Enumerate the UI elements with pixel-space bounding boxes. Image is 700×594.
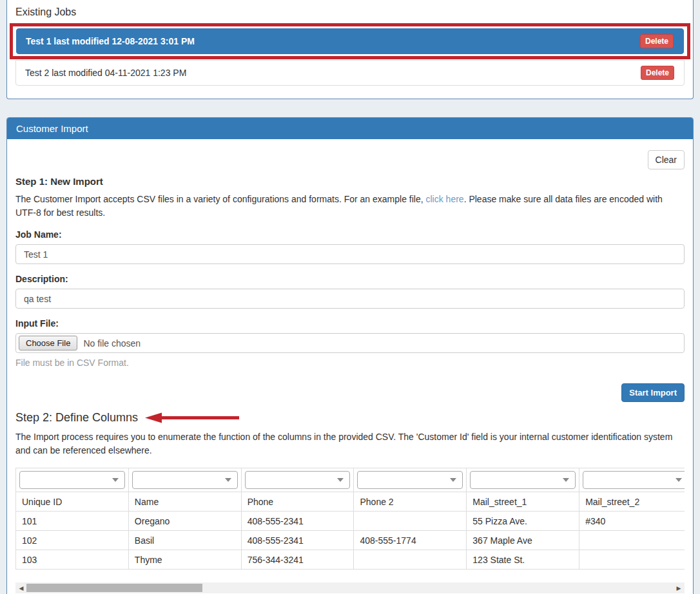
delete-job-button[interactable]: Delete bbox=[640, 34, 674, 48]
annotation-box: Test 1 last modified 12-08-2021 3:01 PM … bbox=[10, 23, 690, 59]
job-name-label: Job Name: bbox=[15, 229, 685, 240]
cell: 408-555-2341 bbox=[241, 531, 354, 550]
step2-heading: Step 2: Define Columns bbox=[15, 411, 685, 425]
file-input[interactable]: Choose File No file chosen bbox=[15, 333, 685, 353]
caret-down-icon bbox=[450, 478, 456, 482]
cell: 408-555-2341 bbox=[241, 512, 354, 531]
clear-row: Clear bbox=[15, 150, 685, 169]
column-table-container: Unique ID Name Phone Phone 2 Mail_street… bbox=[15, 468, 685, 570]
input-file-label: Input File: bbox=[15, 318, 685, 329]
column-select-1[interactable] bbox=[19, 471, 125, 489]
customer-import-header: Customer Import bbox=[7, 118, 693, 139]
column-header: Unique ID bbox=[16, 492, 129, 512]
cell: Thyme bbox=[128, 550, 241, 570]
cell bbox=[354, 512, 467, 531]
cell: 55 Pizza Ave. bbox=[467, 512, 579, 531]
description-label: Description: bbox=[15, 274, 685, 284]
red-arrow-annotation bbox=[145, 412, 239, 423]
table-header-row: Unique ID Name Phone Phone 2 Mail_street… bbox=[16, 492, 685, 512]
column-select-6[interactable] bbox=[583, 471, 685, 489]
cell: 756-344-3241 bbox=[241, 550, 354, 570]
column-header: Mail_street_1 bbox=[467, 492, 579, 512]
clear-button[interactable]: Clear bbox=[648, 150, 685, 169]
caret-down-icon bbox=[225, 478, 231, 482]
job-label: Test 2 last modified 04-11-2021 1:23 PM bbox=[25, 68, 186, 78]
table-row: 101 Oregano 408-555-2341 55 Pizza Ave. #… bbox=[16, 512, 685, 531]
column-header: Mail_street_2 bbox=[579, 492, 685, 512]
column-select-row bbox=[16, 468, 685, 492]
page: Existing Jobs Test 1 last modified 12-08… bbox=[0, 0, 700, 594]
cell: 123 State St. bbox=[467, 550, 579, 570]
job-row-test2[interactable]: Test 2 last modified 04-11-2021 1:23 PM … bbox=[15, 60, 685, 86]
no-file-chosen-text: No file chosen bbox=[83, 338, 141, 349]
cell: 367 Maple Ave bbox=[467, 531, 579, 550]
horizontal-scrollbar[interactable]: ◀ ▶ bbox=[15, 582, 685, 593]
column-select-4[interactable] bbox=[357, 471, 463, 489]
start-import-button[interactable]: Start Import bbox=[621, 383, 685, 402]
column-header: Phone 2 bbox=[354, 492, 467, 512]
job-row-test1[interactable]: Test 1 last modified 12-08-2021 3:01 PM … bbox=[16, 28, 684, 54]
cell: Oregano bbox=[128, 512, 241, 531]
csv-format-hint: File must be in CSV Format. bbox=[15, 358, 685, 368]
customer-import-panel: Customer Import Clear Step 1: New Import… bbox=[6, 117, 694, 594]
cell: 102 bbox=[16, 531, 129, 550]
start-import-row: Start Import bbox=[15, 383, 685, 402]
step1-intro: The Customer Import accepts CSV files in… bbox=[15, 193, 685, 220]
scrollbar-thumb[interactable] bbox=[26, 584, 202, 592]
caret-down-icon bbox=[112, 478, 119, 482]
caret-down-icon bbox=[337, 478, 344, 482]
scroll-left-icon[interactable]: ◀ bbox=[17, 582, 26, 593]
intro-text-before: The Customer Import accepts CSV files in… bbox=[15, 194, 426, 204]
cell: 408-555-1774 bbox=[354, 531, 467, 550]
description-input[interactable] bbox=[15, 289, 685, 309]
table-row: 103 Thyme 756-344-3241 123 State St. bbox=[16, 550, 685, 570]
column-select-5[interactable] bbox=[470, 471, 576, 489]
cell bbox=[354, 550, 467, 570]
customer-import-body: Clear Step 1: New Import The Customer Im… bbox=[7, 139, 693, 594]
scroll-right-icon[interactable]: ▶ bbox=[674, 582, 683, 593]
step2-heading-text: Step 2: Define Columns bbox=[15, 411, 138, 425]
cell bbox=[579, 550, 685, 570]
cell: 103 bbox=[16, 550, 129, 570]
table-row: 102 Basil 408-555-2341 408-555-1774 367 … bbox=[16, 531, 685, 550]
caret-down-icon bbox=[563, 478, 569, 482]
delete-job-button[interactable]: Delete bbox=[641, 66, 674, 80]
column-header: Name bbox=[128, 492, 241, 512]
caret-down-icon bbox=[676, 478, 682, 482]
existing-jobs-title: Existing Jobs bbox=[15, 6, 685, 19]
column-select-3[interactable] bbox=[245, 471, 351, 489]
step2-intro: The Import process requires you to enume… bbox=[15, 430, 685, 457]
cell: #340 bbox=[579, 512, 685, 531]
column-select-2[interactable] bbox=[132, 471, 238, 489]
step1-heading: Step 1: New Import bbox=[15, 176, 685, 187]
cell: Basil bbox=[128, 531, 241, 550]
column-header: Phone bbox=[241, 492, 354, 512]
job-label: Test 1 last modified 12-08-2021 3:01 PM bbox=[26, 36, 195, 46]
cell bbox=[579, 531, 685, 550]
choose-file-button[interactable]: Choose File bbox=[19, 336, 77, 350]
cell: 101 bbox=[16, 512, 129, 531]
click-here-link[interactable]: click here bbox=[426, 194, 464, 204]
existing-jobs-panel: Existing Jobs Test 1 last modified 12-08… bbox=[6, 0, 694, 99]
import-preview-table: Unique ID Name Phone Phone 2 Mail_street… bbox=[15, 468, 685, 570]
job-name-input[interactable] bbox=[15, 244, 685, 264]
